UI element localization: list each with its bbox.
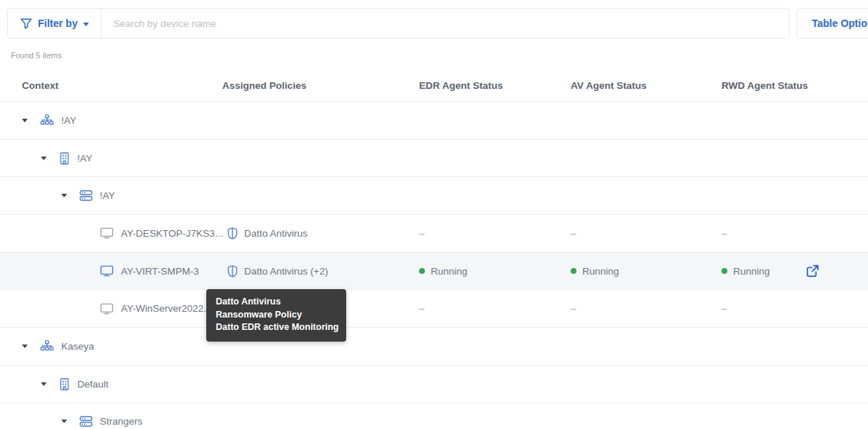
rwd-status-value: Running xyxy=(733,266,770,277)
chevron-down-icon xyxy=(83,23,89,26)
found-items-count: Found 5 items xyxy=(11,51,62,60)
table-row-group[interactable]: Strangers xyxy=(0,404,868,429)
collapse-caret-icon[interactable] xyxy=(22,345,28,348)
collapse-caret-icon[interactable] xyxy=(41,157,47,160)
building-icon xyxy=(59,378,70,390)
rwd-status-value: – xyxy=(722,228,727,239)
av-status-value: – xyxy=(571,303,576,314)
monitor-icon xyxy=(100,227,114,239)
av-status-value: Running xyxy=(582,266,619,277)
devices-table: Context Assigned Policies EDR Agent Stat… xyxy=(0,70,868,429)
site-label: Default xyxy=(77,379,109,390)
site-label: !AY xyxy=(77,153,93,164)
table-header-row: Context Assigned Policies EDR Agent Stat… xyxy=(0,70,868,102)
collapse-caret-icon[interactable] xyxy=(61,194,67,197)
column-header-context: Context xyxy=(0,80,222,91)
edr-status-value: – xyxy=(419,303,425,314)
external-link-icon[interactable] xyxy=(805,264,820,278)
table-row-organization[interactable]: !AY xyxy=(0,102,868,140)
monitor-icon xyxy=(100,265,114,277)
table-row-group[interactable]: !AY xyxy=(0,177,868,215)
organization-label: Kaseya xyxy=(61,341,94,352)
device-name: AY-WinServer2022... xyxy=(121,303,212,314)
collapse-caret-icon[interactable] xyxy=(41,382,47,386)
status-dot-green xyxy=(419,268,425,274)
table-row-device[interactable]: AY-WinServer2022... – – – xyxy=(0,290,868,328)
filter-by-label: Filter by xyxy=(38,17,77,29)
collapse-caret-icon[interactable] xyxy=(22,119,28,122)
server-stack-icon xyxy=(79,416,93,427)
filter-by-button[interactable]: Filter by xyxy=(8,9,101,38)
column-header-rwd-agent-status: RWD Agent Status xyxy=(722,80,805,91)
rwd-status-value: – xyxy=(722,303,727,314)
search-input[interactable] xyxy=(101,9,789,38)
table-row-device-selected[interactable]: AY-VIRT-SMPM-3 Datto Antivirus (+2) Runn… xyxy=(0,253,868,291)
column-header-assigned-policies: Assigned Policies xyxy=(222,80,419,91)
table-row-site[interactable]: !AY xyxy=(0,140,868,178)
device-management-page: Filter by Table Options Found 5 items Co… xyxy=(0,0,868,429)
monitor-icon xyxy=(100,303,114,315)
tooltip-policy-line: Datto Antivirus xyxy=(216,296,337,309)
server-stack-icon xyxy=(79,190,93,201)
collapse-caret-icon[interactable] xyxy=(61,420,67,423)
sitemap-icon xyxy=(40,340,54,353)
column-header-edr-agent-status: EDR Agent Status xyxy=(419,80,571,91)
tooltip-policy-line: Ransomware Policy xyxy=(216,309,337,322)
filter-search-bar: Filter by xyxy=(7,8,789,39)
shield-icon xyxy=(227,265,238,278)
shield-icon xyxy=(227,227,238,240)
building-icon xyxy=(59,152,70,165)
funnel-icon xyxy=(20,18,32,29)
device-name: AY-VIRT-SMPM-3 xyxy=(121,266,199,277)
assigned-policies-tooltip: Datto Antivirus Ransomware Policy Datto … xyxy=(206,289,346,342)
edr-status-value: – xyxy=(419,228,425,239)
status-dot-green xyxy=(571,268,576,274)
assigned-policy-label: Datto Antivirus xyxy=(244,228,308,239)
group-label: !AY xyxy=(100,190,115,201)
table-row-organization[interactable]: Kaseya xyxy=(0,328,868,366)
organization-label: !AY xyxy=(61,115,77,126)
device-name: AY-DESKTOP-J7KS3... xyxy=(121,228,223,239)
tooltip-policy-line: Datto EDR active Monitoring xyxy=(216,321,337,334)
assigned-policy-label: Datto Antivirus (+2) xyxy=(244,266,328,277)
table-row-device[interactable]: AY-DESKTOP-J7KS3... Datto Antivirus – – … xyxy=(0,215,868,253)
group-label: Strangers xyxy=(100,416,143,427)
edr-status-value: Running xyxy=(431,266,467,277)
av-status-value: – xyxy=(571,228,576,239)
table-options-button[interactable]: Table Options xyxy=(797,8,868,39)
column-header-av-agent-status: AV Agent Status xyxy=(571,80,722,91)
status-dot-green xyxy=(722,268,727,274)
table-row-site[interactable]: Default xyxy=(0,366,868,404)
sitemap-icon xyxy=(40,114,54,127)
